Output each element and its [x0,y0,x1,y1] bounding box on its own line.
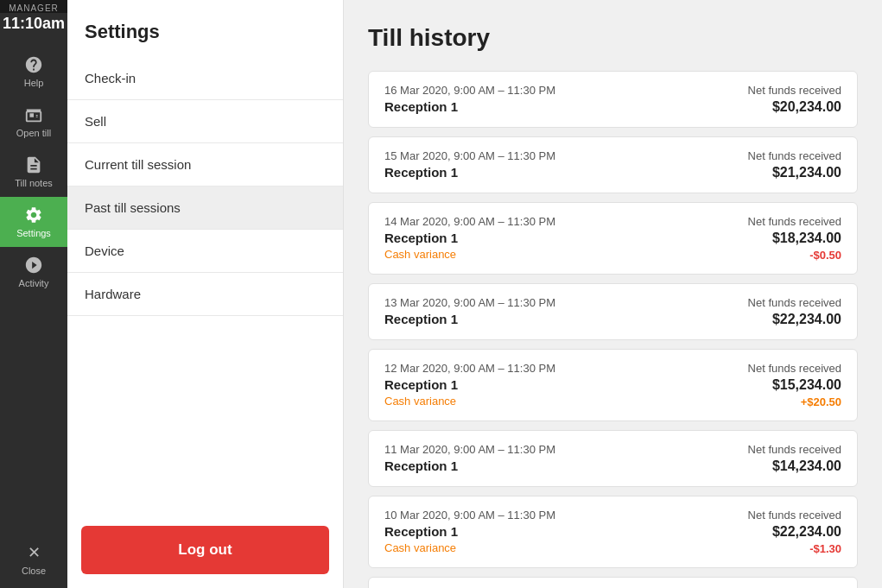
till-name: Reception 1 [384,524,555,539]
nav-items: Help Open till Till notes Settings Activ… [0,40,67,534]
till-name: Reception 1 [384,312,555,326]
close-icon: ✕ [28,543,41,562]
help-icon [24,55,43,74]
settings-icon [24,205,43,224]
nav-item-help[interactable]: Help [0,47,67,97]
till-right: Net funds received $22,234.00 [748,296,841,327]
till-card[interactable]: 12 Mar 2020, 9:00 AM – 11:30 PM Receptio… [368,349,858,421]
close-label: Close [22,566,46,576]
variance-amount: +$20.50 [801,395,841,408]
till-right: Net funds received $15,234.00 +$20.50 [748,362,841,408]
till-date: 11 Mar 2020, 9:00 AM – 11:30 PM [384,443,555,456]
till-left: 16 Mar 2020, 9:00 AM – 11:30 PM Receptio… [384,84,555,114]
menu-item-sell[interactable]: Sell [67,100,343,143]
till-date: 12 Mar 2020, 9:00 AM – 11:30 PM [384,362,555,375]
till-card[interactable]: 13 Mar 2020, 9:00 AM – 11:30 PM Receptio… [368,283,858,340]
till-date: 10 Mar 2020, 9:00 AM – 11:30 PM [384,509,555,522]
manager-label: MANAGER [0,0,67,13]
nav-label-open-till: Open till [16,128,51,138]
cash-variance-label[interactable]: Cash variance [384,395,555,408]
till-date: 16 Mar 2020, 9:00 AM – 11:30 PM [384,84,555,97]
nav-item-till-notes[interactable]: Till notes [0,147,67,197]
net-funds-label: Net funds received [748,362,841,375]
till-list: 16 Mar 2020, 9:00 AM – 11:30 PM Receptio… [368,71,858,588]
menu-item-hardware[interactable]: Hardware [67,273,343,316]
logout-button[interactable]: Log out [81,526,329,574]
nav-label-till-notes: Till notes [15,178,53,188]
till-date: 15 Mar 2020, 9:00 AM – 11:30 PM [384,149,555,162]
till-card[interactable]: 10 Mar 2020, 9:00 AM – 11:30 PM Receptio… [368,496,858,568]
variance-amount: -$1.30 [809,542,841,555]
nav-label-help: Help [24,78,44,88]
till-amount: $22,234.00 [772,312,841,327]
till-card[interactable]: 15 Mar 2020, 9:00 AM – 11:30 PM Receptio… [368,136,858,193]
nav-time: 11:10am [3,13,65,40]
settings-title: Settings [67,0,343,57]
menu-item-device[interactable]: Device [67,230,343,273]
till-left: 13 Mar 2020, 9:00 AM – 11:30 PM Receptio… [384,296,555,326]
net-funds-label: Net funds received [748,149,841,162]
till-date: 14 Mar 2020, 9:00 AM – 11:30 PM [384,215,555,228]
menu-item-current-till[interactable]: Current till session [67,143,343,187]
main-content: Till history 16 Mar 2020, 9:00 AM – 11:3… [344,0,882,588]
till-left: 15 Mar 2020, 9:00 AM – 11:30 PM Receptio… [384,149,555,180]
till-left: 11 Mar 2020, 9:00 AM – 11:30 PM Receptio… [384,443,555,473]
till-right: Net funds received $14,234.00 [748,443,841,474]
cash-variance-label[interactable]: Cash variance [384,541,555,554]
till-card[interactable]: 16 Mar 2020, 9:00 AM – 11:30 PM Receptio… [368,71,858,128]
till-amount: $21,234.00 [772,165,841,180]
net-funds-label: Net funds received [748,215,841,228]
till-right: Net funds received $21,234.00 [748,149,841,180]
nav-item-activity[interactable]: Activity [0,247,67,297]
till-notes-icon [24,155,43,174]
till-card[interactable]: 11 Mar 2020, 9:00 AM – 11:30 PM Receptio… [368,430,858,487]
net-funds-label: Net funds received [748,84,841,97]
till-left: 10 Mar 2020, 9:00 AM – 11:30 PM Receptio… [384,509,555,554]
activity-icon [24,256,43,275]
menu-item-past-till[interactable]: Past till sessions [67,187,343,230]
net-funds-label: Net funds received [748,509,841,522]
settings-menu: Check-in Sell Current till session Past … [67,57,343,512]
till-left: 12 Mar 2020, 9:00 AM – 11:30 PM Receptio… [384,362,555,408]
net-funds-label: Net funds received [748,443,841,456]
till-right: Net funds received $20,234.00 [748,84,841,115]
till-name: Reception 1 [384,231,555,245]
nav-bar: MANAGER 11:10am Help Open till Till note… [0,0,67,588]
till-name: Reception 1 [384,458,555,473]
till-amount: $22,234.00 [772,524,841,540]
cash-variance-label[interactable]: Cash variance [384,248,555,261]
variance-amount: -$0.50 [809,249,841,262]
till-card[interactable]: 14 Mar 2020, 9:00 AM – 11:30 PM Receptio… [368,202,858,275]
till-right: Net funds received $22,234.00 -$1.30 [748,509,841,555]
till-amount: $18,234.00 [772,231,841,246]
till-name: Reception 1 [384,377,555,392]
till-right: Net funds received $18,234.00 -$0.50 [748,215,841,262]
till-name: Reception 1 [384,165,555,180]
nav-label-settings: Settings [16,228,51,238]
open-till-icon [24,105,43,124]
till-name: Reception 1 [384,99,555,114]
till-amount: $20,234.00 [772,99,841,115]
menu-item-check-in[interactable]: Check-in [67,57,343,100]
till-amount: $14,234.00 [772,458,841,474]
close-button[interactable]: ✕ Close [0,534,67,588]
page-title: Till history [368,24,858,52]
nav-label-activity: Activity [19,278,49,288]
settings-sidebar: Settings Check-in Sell Current till sess… [67,0,344,588]
nav-item-open-till[interactable]: Open till [0,97,67,147]
till-left: 14 Mar 2020, 9:00 AM – 11:30 PM Receptio… [384,215,555,261]
till-amount: $15,234.00 [772,377,841,393]
net-funds-label: Net funds received [748,296,841,309]
till-card[interactable]: 9 Mar 2020, 9:00 AM – 11:30 PM Reception… [368,577,858,588]
nav-item-settings[interactable]: Settings [0,197,67,247]
till-date: 13 Mar 2020, 9:00 AM – 11:30 PM [384,296,555,309]
